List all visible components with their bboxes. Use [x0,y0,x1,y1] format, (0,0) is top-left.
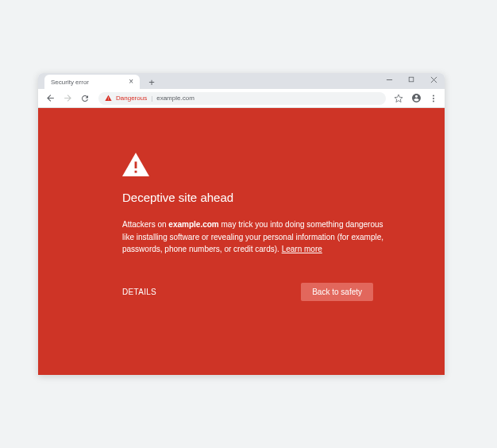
danger-label: Dangerous [116,95,147,102]
tab-security-error[interactable]: Security error × [44,75,140,89]
minimize-button[interactable] [383,75,395,84]
warning-triangle-icon [122,153,406,176]
reload-button[interactable] [78,91,92,106]
svg-rect-1 [409,77,414,82]
svg-rect-8 [135,171,137,173]
details-button[interactable]: DETAILS [122,288,156,296]
close-window-button[interactable] [427,75,440,84]
menu-icon[interactable] [427,92,440,105]
warning-page: Deceptive site ahead Attackers on exampl… [38,108,445,375]
address-bar[interactable]: Dangerous | example.com [98,92,386,105]
tab-title: Security error [51,79,129,86]
svg-point-6 [433,100,434,102]
warning-heading: Deceptive site ahead [122,191,406,204]
svg-point-4 [433,95,434,96]
window-controls [383,75,440,84]
maximize-button[interactable] [405,75,418,84]
browser-window: Security error × + Dangerous | example.c… [38,73,445,375]
svg-point-5 [433,98,434,99]
danger-triangle-icon [105,95,112,102]
profile-icon[interactable] [410,92,422,105]
back-button[interactable] [43,91,57,106]
url-text: example.com [156,95,195,102]
new-tab-button[interactable]: + [144,75,159,89]
action-row: DETAILS Back to safety [122,283,406,301]
warning-body: Attackers on example.com may trick you i… [122,218,392,256]
warning-body-domain: example.com [168,220,218,229]
back-to-safety-button[interactable]: Back to safety [301,283,373,301]
forward-button [60,91,75,106]
toolbar-right [392,92,440,105]
learn-more-link[interactable]: Learn more [282,245,322,253]
omnibox-divider: | [151,95,152,102]
svg-rect-7 [135,161,137,168]
warning-body-prefix: Attackers on [122,220,168,229]
tab-close-icon[interactable]: × [129,78,133,86]
bookmark-icon[interactable] [392,92,405,105]
toolbar: Dangerous | example.com [38,89,445,108]
